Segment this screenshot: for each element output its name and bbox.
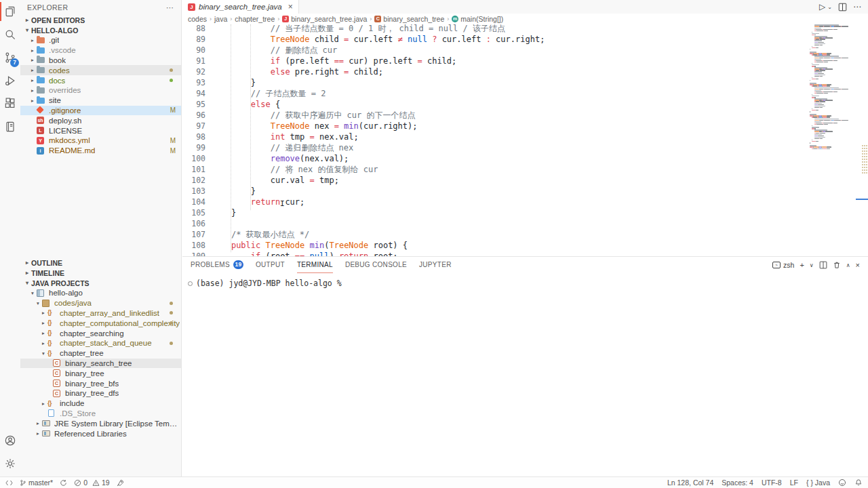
settings-gear-icon[interactable]	[0, 452, 20, 475]
sync-icon[interactable]	[60, 479, 67, 487]
remote-indicator-icon[interactable]	[5, 479, 13, 487]
breadcrumb-item[interactable]: codes	[188, 15, 207, 23]
extensions-icon[interactable]	[0, 92, 20, 115]
tree-item-hello-algo[interactable]: ▾hello-algo	[20, 288, 181, 298]
tree-item-chapter-tree[interactable]: ▾{}chapter_tree	[20, 348, 181, 359]
maximize-panel-icon[interactable]: ∧	[846, 262, 850, 268]
tree-item-codes-java[interactable]: ▾codes/java	[20, 298, 181, 308]
tree-item-chapter-computational-complexity[interactable]: ▸{}chapter_computational_complexity	[20, 318, 181, 328]
chevron-right-icon[interactable]: ▸	[28, 57, 37, 63]
shell-label[interactable]: zsh	[783, 261, 794, 269]
tree-item-binary-search-tree[interactable]: Cbinary_search_tree	[20, 359, 181, 369]
chevron-right-icon[interactable]: ▸	[39, 340, 47, 346]
chevron-right-icon[interactable]: ▸	[28, 37, 37, 43]
tree-item-chapter-searching[interactable]: ▸{}chapter_searching	[20, 328, 181, 338]
tab-binary-search-tree[interactable]: J binary_search_tree.java ×	[182, 0, 299, 14]
source-control-icon[interactable]: 7	[0, 46, 20, 69]
breadcrumb-item[interactable]: mmain(String[])	[452, 15, 503, 23]
account-icon[interactable]	[0, 429, 20, 452]
tree-item--gitignore[interactable]: .gitignoreM	[20, 106, 181, 116]
notifications-bell-icon[interactable]	[854, 479, 863, 487]
search-icon[interactable]	[0, 23, 20, 46]
problems-item[interactable]: 0 19	[74, 479, 110, 487]
tree-item-license[interactable]: LLICENSE	[20, 125, 181, 136]
outline-header[interactable]: ▸ OUTLINE	[20, 258, 181, 268]
language-mode-item[interactable]: { } Java	[806, 479, 830, 487]
panel-tab-debug-console[interactable]: DEBUG CONSOLE	[345, 257, 407, 273]
open-editors-header[interactable]: ▸ OPEN EDITORS	[20, 15, 181, 25]
notebook-icon[interactable]	[0, 115, 20, 138]
tree-item-binary-tree[interactable]: Cbinary_tree	[20, 368, 181, 378]
breadcrumb-item[interactable]: java	[214, 15, 227, 23]
tree-item--ds-store[interactable]: .DS_Store	[20, 409, 181, 419]
tree-item-binary-tree-dfs[interactable]: Cbinary_tree_dfs	[20, 388, 181, 399]
panel-tab-output[interactable]: OUTPUT	[256, 257, 285, 273]
tab-close-icon[interactable]: ×	[288, 2, 293, 12]
chevron-right-icon[interactable]: ▸	[34, 420, 42, 426]
chevron-right-icon[interactable]: ▸	[39, 401, 47, 407]
split-editor-icon[interactable]	[838, 3, 847, 12]
terminal-output[interactable]: (base) jyd@JYD-MBP hello-algo %	[182, 273, 868, 288]
breadcrumb-item[interactable]: Jbinary_search_tree.java	[282, 15, 367, 23]
chevron-right-icon[interactable]: ▸	[28, 77, 37, 83]
tree-item-deploy-sh[interactable]: shdeploy.sh	[20, 115, 181, 125]
tree-item-overrides[interactable]: ▸overrides	[20, 85, 181, 96]
workspace-root-header[interactable]: ▾ HELLO-ALGO	[20, 25, 181, 35]
tree-item-jre-system-library-eclipse-temurin-17-17-[interactable]: ▸JRE System Library [Eclipse Temurin 17 …	[20, 418, 181, 428]
chevron-right-icon[interactable]: ▸	[39, 320, 47, 326]
rocket-icon[interactable]	[117, 479, 124, 487]
sidebar-more-icon[interactable]: ⋯	[166, 3, 174, 12]
status-item[interactable]: Spaces: 4	[722, 479, 753, 487]
run-button[interactable]: ▷	[819, 2, 825, 12]
kill-terminal-icon[interactable]	[833, 261, 841, 269]
status-item[interactable]: LF	[790, 479, 798, 487]
tree-item-site[interactable]: ▸site	[20, 96, 181, 106]
panel-tab-problems[interactable]: PROBLEMS19	[191, 257, 243, 273]
tree-item--vscode[interactable]: ▸.vscode	[20, 45, 181, 56]
tree-item-referenced-libraries[interactable]: ▸Referenced Libraries	[20, 428, 181, 439]
tree-item-chapter-array-and-linkedlist[interactable]: ▸{}chapter_array_and_linkedlist	[20, 308, 181, 319]
tree-item-codes[interactable]: ▸codes	[20, 65, 181, 75]
tree-item-book[interactable]: ▸book	[20, 56, 181, 66]
more-actions-icon[interactable]: ⋯	[853, 2, 861, 12]
breadcrumb-separator: ›	[208, 16, 213, 22]
chevron-right-icon[interactable]: ▸	[34, 430, 42, 436]
tree-item-chapter-stack-and-queue[interactable]: ▸{}chapter_stack_and_queue	[20, 338, 181, 348]
chevron-right-icon[interactable]: ▸	[39, 330, 47, 336]
tree-item-mkdocs-yml[interactable]: Ymkdocs.ymlM	[20, 136, 181, 146]
tree-item-include[interactable]: ▸{}include	[20, 399, 181, 409]
tree-item--git[interactable]: ▸.git	[20, 35, 181, 45]
timeline-header[interactable]: ▸ TIMELINE	[20, 268, 181, 278]
chevron-right-icon[interactable]: ▸	[28, 67, 37, 73]
java-projects-header[interactable]: ▾ JAVA PROJECTS	[20, 278, 181, 288]
close-panel-icon[interactable]: ×	[856, 261, 860, 269]
run-debug-icon[interactable]	[0, 69, 20, 92]
feedback-icon[interactable]	[838, 479, 846, 487]
tree-item-docs[interactable]: ▸docs	[20, 75, 181, 85]
chevron-right-icon[interactable]: ▸	[28, 47, 37, 54]
chevron-down-icon[interactable]: ▾	[28, 290, 37, 296]
line-number: 95	[182, 99, 205, 110]
split-terminal-icon[interactable]	[819, 261, 827, 269]
new-terminal-icon[interactable]: +	[800, 261, 804, 269]
terminal-dropdown-icon[interactable]: ∨	[810, 262, 814, 268]
git-branch-item[interactable]: master*	[20, 479, 53, 487]
breadcrumb-item[interactable]: chapter_tree	[235, 15, 275, 23]
line-number: 108	[182, 240, 205, 251]
chevron-right-icon[interactable]: ▸	[28, 87, 37, 94]
explorer-icon[interactable]	[0, 0, 20, 23]
chevron-right-icon[interactable]: ▸	[39, 310, 47, 316]
breadcrumb-item[interactable]: Cbinary_search_tree	[374, 15, 444, 23]
tree-item-binary-tree-bfs[interactable]: Cbinary_tree_bfs	[20, 378, 181, 388]
chevron-down-icon[interactable]: ▾	[39, 350, 47, 357]
run-dropdown-icon[interactable]: ⌄	[827, 4, 832, 10]
chevron-down-icon[interactable]: ▾	[34, 300, 42, 306]
status-item[interactable]: Ln 128, Col 74	[667, 479, 713, 487]
chevron-right-icon[interactable]: ▸	[28, 98, 37, 104]
code-editor[interactable]: 88 // 当子结点数量 = 0 / 1 时， child = null / 该…	[182, 24, 868, 256]
panel-tab-jupyter[interactable]: JUPYTER	[419, 257, 452, 273]
tree-item-readme-md[interactable]: iREADME.mdM	[20, 146, 181, 156]
status-item[interactable]: UTF-8	[762, 479, 782, 487]
minimap[interactable]	[807, 24, 861, 149]
panel-tab-terminal[interactable]: TERMINAL	[297, 257, 333, 273]
